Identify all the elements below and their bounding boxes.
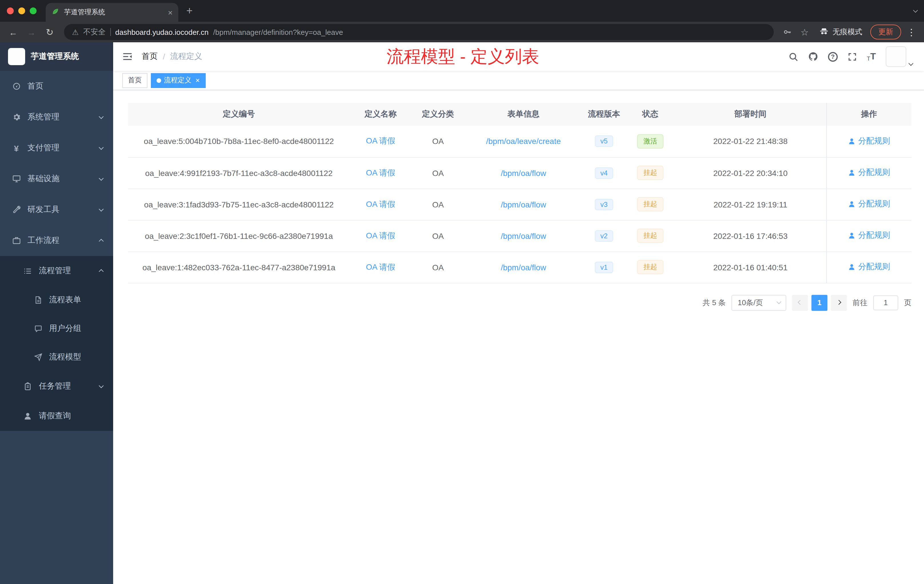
definition-name-link[interactable]: OA 请假 xyxy=(366,262,396,271)
sidebar-item-home[interactable]: 首页 xyxy=(0,71,113,102)
sidebar-item-process-form[interactable]: 流程表单 xyxy=(0,286,113,314)
sidebar-item-label: 工作流程 xyxy=(27,236,59,246)
browser-menu-icon[interactable] xyxy=(904,26,918,38)
table-row: oa_leave:3:1fad3d93-7b75-11ec-a3c8-acde4… xyxy=(128,188,911,220)
assign-rule-button[interactable]: 分配规则 xyxy=(848,168,890,178)
form-link[interactable]: /bpm/oa/leave/create xyxy=(486,137,561,146)
definition-name-link[interactable]: OA 请假 xyxy=(366,136,396,145)
minimize-window-button[interactable] xyxy=(18,7,25,14)
chevron-down-icon xyxy=(99,206,104,212)
search-icon[interactable] xyxy=(789,52,798,61)
new-tab-button[interactable] xyxy=(186,5,193,17)
tag-home[interactable]: 首页 xyxy=(122,73,147,88)
definition-id: oa_leave:3:1fad3d93-7b75-11ec-a3c8-acde4… xyxy=(128,188,350,220)
definition-category: OA xyxy=(411,188,465,220)
breadcrumb: 首页 / 流程定义 xyxy=(142,51,202,62)
status-badge: 挂起 xyxy=(637,197,663,211)
sidebar-item-label: 首页 xyxy=(27,81,43,91)
definitions-table: 定义编号 定义名称 定义分类 表单信息 流程版本 状态 部署时间 操作 oa_l xyxy=(128,103,911,283)
tab-search-icon[interactable] xyxy=(913,8,918,13)
clipboard-icon xyxy=(23,382,33,391)
app-logo[interactable]: 芋道管理系统 xyxy=(0,42,113,71)
status-badge: 挂起 xyxy=(637,229,663,243)
sidebar: 芋道管理系统 首页 系统管理 支付管理 基础设施 xyxy=(0,42,113,584)
version-badge: v1 xyxy=(594,261,613,273)
tab-close-icon[interactable] xyxy=(168,8,173,17)
assign-rule-button[interactable]: 分配规则 xyxy=(848,199,890,210)
definition-category: OA xyxy=(411,126,465,157)
security-label: 不安全 xyxy=(83,27,106,37)
sidebar-item-infrastructure[interactable]: 基础设施 xyxy=(0,163,113,194)
assign-rule-button[interactable]: 分配规则 xyxy=(848,231,890,241)
back-button[interactable] xyxy=(6,25,21,40)
col-process-version: 流程版本 xyxy=(582,103,626,126)
page-title: 流程模型 - 定义列表 xyxy=(386,45,539,68)
sidebar-item-task-management[interactable]: 任务管理 xyxy=(0,371,113,401)
person-icon xyxy=(848,201,855,208)
tag-label: 流程定义 xyxy=(164,76,191,85)
fullscreen-icon[interactable] xyxy=(847,52,857,61)
bookmark-star-icon[interactable] xyxy=(798,25,812,39)
close-window-button[interactable] xyxy=(7,7,14,14)
window-controls xyxy=(7,7,36,14)
sidebar-item-process-management[interactable]: 流程管理 xyxy=(0,256,113,286)
user-menu[interactable] xyxy=(886,46,912,67)
address-bar[interactable]: 不安全 dashboard.yudao.iocoder.cn/bpm/manag… xyxy=(64,24,774,40)
assign-rule-button[interactable]: 分配规则 xyxy=(848,262,890,272)
definition-category: OA xyxy=(411,157,465,188)
sidebar-item-payment[interactable]: 支付管理 xyxy=(0,133,113,163)
definition-name-link[interactable]: OA 请假 xyxy=(366,199,396,208)
prev-page-button[interactable] xyxy=(792,295,808,310)
sidebar-item-user-group[interactable]: 用户分组 xyxy=(0,314,113,343)
definition-id: oa_leave:2:3c1f0ef1-76b1-11ec-9c66-a2380… xyxy=(128,220,350,251)
page-number-current[interactable]: 1 xyxy=(812,295,827,310)
table-row: oa_leave:2:3c1f0ef1-76b1-11ec-9c66-a2380… xyxy=(128,220,911,251)
deploy-time: 2022-01-22 19:19:11 xyxy=(675,188,826,220)
sidebar-item-leave-query[interactable]: 请假查询 xyxy=(0,401,113,431)
sidebar-item-label: 流程模型 xyxy=(49,352,81,362)
reload-button[interactable] xyxy=(42,25,57,40)
status-badge: 激活 xyxy=(637,134,663,148)
font-size-icon[interactable] xyxy=(867,51,876,62)
page-size-select[interactable]: 10条/页 xyxy=(731,295,786,310)
chevron-down-icon xyxy=(99,383,104,388)
browser-update-button[interactable]: 更新 xyxy=(870,25,901,40)
question-icon[interactable] xyxy=(828,52,838,61)
goto-page-input[interactable] xyxy=(873,295,898,310)
definition-name-link[interactable]: OA 请假 xyxy=(366,168,396,177)
password-key-icon[interactable] xyxy=(780,25,794,39)
form-link[interactable]: /bpm/oa/flow xyxy=(501,200,546,209)
next-page-button[interactable] xyxy=(831,295,847,310)
chevron-down-icon xyxy=(99,114,104,119)
chat-bubble-icon xyxy=(33,325,43,333)
deploy-time: 2022-01-16 17:46:53 xyxy=(675,220,826,251)
form-link[interactable]: /bpm/oa/flow xyxy=(501,231,546,240)
maximize-window-button[interactable] xyxy=(30,7,36,14)
tag-process-definition[interactable]: 流程定义 xyxy=(151,73,205,88)
person-icon xyxy=(848,232,855,239)
browser-tab[interactable]: 芋道管理系统 xyxy=(46,3,178,22)
assign-rule-label: 分配规则 xyxy=(858,262,890,272)
url-path: /bpm/manager/definition?key=oa_leave xyxy=(213,28,766,36)
sidebar-item-workflow[interactable]: 工作流程 xyxy=(0,225,113,256)
form-link[interactable]: /bpm/oa/flow xyxy=(501,168,546,177)
breadcrumb-home[interactable]: 首页 xyxy=(142,51,158,62)
col-definition-category: 定义分类 xyxy=(411,103,465,126)
chevron-down-icon xyxy=(99,145,104,150)
avatar[interactable] xyxy=(886,46,906,67)
assign-rule-button[interactable]: 分配规则 xyxy=(848,136,890,146)
form-link[interactable]: /bpm/oa/flow xyxy=(501,262,546,272)
forward-button[interactable] xyxy=(24,25,39,40)
tag-close-icon[interactable] xyxy=(195,76,200,84)
sidebar-item-system[interactable]: 系统管理 xyxy=(0,102,113,133)
definition-name-link[interactable]: OA 请假 xyxy=(366,231,396,240)
chevron-down-icon xyxy=(908,61,913,66)
sidebar-item-process-model[interactable]: 流程模型 xyxy=(0,343,113,371)
chevron-up-icon xyxy=(99,239,104,244)
hamburger-icon[interactable] xyxy=(113,51,142,62)
breadcrumb-separator: / xyxy=(163,52,165,61)
col-form-info: 表单信息 xyxy=(465,103,582,126)
github-icon[interactable] xyxy=(808,51,818,62)
monitor-icon xyxy=(12,174,21,183)
sidebar-item-devtools[interactable]: 研发工具 xyxy=(0,194,113,225)
